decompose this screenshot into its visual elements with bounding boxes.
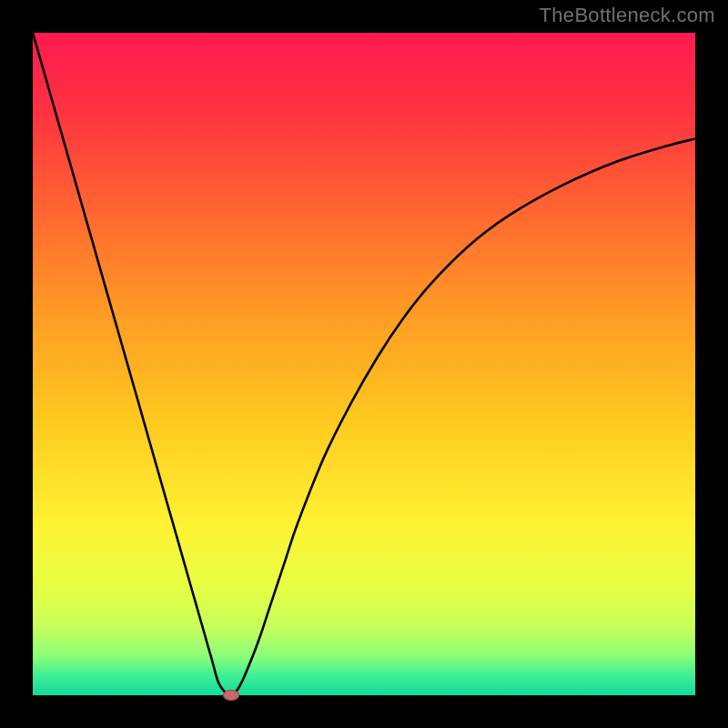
- watermark: TheBottleneck.com: [540, 4, 715, 27]
- heat-gradient-bg: [33, 33, 695, 695]
- chart-frame: [33, 33, 695, 695]
- chart-stage: TheBottleneck.com: [0, 0, 728, 728]
- optimum-marker: [223, 690, 239, 701]
